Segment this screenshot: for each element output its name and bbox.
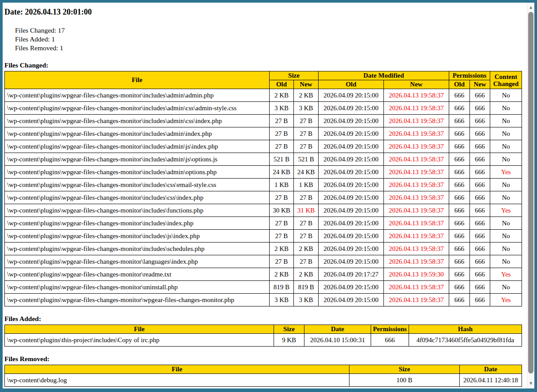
cell-perm-old: 666	[449, 230, 470, 243]
cell-perm-old: 666	[449, 191, 470, 204]
cell-size-new: 27 B	[294, 140, 319, 153]
report-page: Date: 2026.04.13 20:01:00 Files Changed:…	[3, 3, 534, 388]
cell-size-new: 27 B	[294, 217, 319, 230]
cell-size-old: 521 B	[270, 153, 294, 166]
files-changed-row: \wp-content\plugins\wpgear-files-changes…	[5, 255, 522, 268]
cell-size-old: 1 KB	[270, 179, 294, 191]
summary-files-changed: Files Changed: 17	[15, 26, 524, 35]
cell-perm-new: 666	[470, 281, 490, 294]
cell-file: \wp-content\plugins\wpgear-files-changes…	[5, 243, 270, 255]
cell-perm-new: 666	[470, 217, 490, 230]
cell-perm-new: 666	[470, 140, 490, 153]
cell-perm-new: 666	[470, 294, 490, 306]
cell-perm-old: 666	[449, 255, 470, 268]
cell-perm-old: 666	[449, 115, 470, 127]
cell-content-changed: Yes	[490, 294, 522, 306]
vertical-scrollbar[interactable]: ▲ ▼	[527, 3, 534, 388]
col-permissions: Permissions	[449, 71, 490, 80]
cell-size-new: 2 KB	[294, 243, 319, 255]
cell-content-changed: No	[490, 230, 522, 243]
cell-date-old: 2026.04.09 20:15:00	[319, 217, 384, 230]
cell-file: \wp-content\plugins\wpgear-files-changes…	[5, 89, 270, 102]
cell-date-old: 2026.04.09 20:15:00	[319, 230, 384, 243]
files-changed-row: \wp-content\plugins\wpgear-files-changes…	[5, 294, 522, 306]
col-file: File	[5, 71, 270, 89]
window-frame: Date: 2026.04.13 20:01:00 Files Changed:…	[0, 0, 537, 392]
cell-content-changed: No	[490, 281, 522, 294]
cell-file: \wp-content\plugins\wpgear-files-changes…	[5, 179, 270, 191]
cell-size-old: 27 B	[270, 230, 294, 243]
cell-content-changed: No	[490, 115, 522, 127]
col-size-new: New	[294, 80, 319, 89]
cell-perm-new: 666	[470, 115, 490, 127]
cell-size-new: 27 B	[294, 115, 319, 127]
cell-file: \wp-content\plugins\wpgear-files-changes…	[5, 115, 270, 127]
files-changed-row: \wp-content\plugins\wpgear-files-changes…	[5, 191, 522, 204]
files-added-header-row: File Size Date Permissions Hash	[5, 325, 522, 334]
cell-content-changed: No	[490, 89, 522, 102]
cell-perm-old: 666	[449, 166, 470, 179]
files-changed-row: \wp-content\plugins\wpgear-files-changes…	[5, 127, 522, 140]
col-date: Date	[460, 365, 522, 374]
cell-date-old: 2026.04.09 20:15:00	[319, 255, 384, 268]
cell-size-new: 3 KB	[294, 294, 319, 306]
cell-content-changed: No	[490, 127, 522, 140]
files-changed-row: \wp-content\plugins\wpgear-files-changes…	[5, 115, 522, 127]
files-changed-row: \wp-content\plugins\wpgear-files-changes…	[5, 230, 522, 243]
cell-date-old: 2026.04.09 20:15:00	[319, 166, 384, 179]
cell-permissions: 666	[371, 334, 409, 347]
cell-file: \wp-content\plugins\wpgear-files-changes…	[5, 268, 270, 281]
files-changed-row: \wp-content\plugins\wpgear-files-changes…	[5, 166, 522, 179]
cell-date: 2026.04.11 12:40:18	[460, 374, 522, 387]
cell-file: \wp-content\plugins\wpgear-files-changes…	[5, 255, 270, 268]
cell-content-changed: Yes	[490, 166, 522, 179]
cell-size-new: 27 B	[294, 255, 319, 268]
cell-date-new: 2026.04.13 19:59:30	[384, 268, 449, 281]
cell-size-new: 2 KB	[294, 268, 319, 281]
cell-size-old: 27 B	[270, 191, 294, 204]
files-added-row: \wp-content\plugins\this-project\include…	[5, 334, 522, 347]
cell-size-new: 2 KB	[294, 89, 319, 102]
cell-perm-new: 666	[470, 268, 490, 281]
cell-file: \wp-content\plugins\wpgear-files-changes…	[5, 153, 270, 166]
cell-date-old: 2026.04.09 20:15:00	[319, 294, 384, 306]
cell-size-old: 27 B	[270, 217, 294, 230]
cell-size-old: 819 B	[270, 281, 294, 294]
cell-date-new: 2026.04.13 19:58:37	[384, 115, 449, 127]
cell-perm-new: 666	[470, 243, 490, 255]
cell-date-old: 2026.04.09 20:15:00	[319, 243, 384, 255]
files-changed-heading: Files Changed:	[4, 61, 524, 69]
cell-size-new: 819 B	[294, 281, 319, 294]
cell-date-old: 2026.04.09 20:15:00	[319, 153, 384, 166]
col-perm-new: New	[470, 80, 490, 89]
cell-date-old: 2026.04.09 20:15:00	[319, 191, 384, 204]
cell-perm-old: 666	[449, 268, 470, 281]
scroll-up-arrow[interactable]: ▲	[527, 4, 534, 11]
cell-date-new: 2026.04.13 19:58:37	[384, 255, 449, 268]
cell-perm-new: 666	[470, 102, 490, 115]
cell-content-changed: No	[490, 243, 522, 255]
cell-file: \wp-content\debug.log	[5, 374, 349, 387]
cell-file: \wp-content\plugins\wpgear-files-changes…	[5, 140, 270, 153]
files-removed-heading: Files Removed:	[4, 355, 524, 363]
files-changed-row: \wp-content\plugins\wpgear-files-changes…	[5, 153, 522, 166]
col-perm-old: Old	[449, 80, 470, 89]
cell-size-old: 27 B	[270, 255, 294, 268]
cell-size-new: 27 B	[294, 127, 319, 140]
cell-date-old: 2026.04.09 20:15:00	[319, 89, 384, 102]
col-size: Size	[270, 71, 319, 80]
col-content-changed: Content Changed	[490, 71, 522, 89]
files-added-table: File Size Date Permissions Hash \wp-cont…	[4, 325, 522, 347]
scrollbar-thumb[interactable]	[528, 12, 533, 373]
cell-date-old: 2026.04.09 20:17:27	[319, 268, 384, 281]
cell-perm-new: 666	[470, 166, 490, 179]
cell-perm-new: 666	[470, 255, 490, 268]
files-added-heading: Files Added:	[4, 315, 524, 323]
cell-content-changed: No	[490, 102, 522, 115]
files-changed-row: \wp-content\plugins\wpgear-files-changes…	[5, 281, 522, 294]
scroll-down-arrow[interactable]: ▼	[527, 380, 534, 387]
cell-size: 100 B	[349, 374, 460, 387]
cell-file: \wp-content\plugins\wpgear-files-changes…	[5, 204, 270, 217]
cell-size-new: 521 B	[294, 153, 319, 166]
cell-perm-old: 666	[449, 243, 470, 255]
